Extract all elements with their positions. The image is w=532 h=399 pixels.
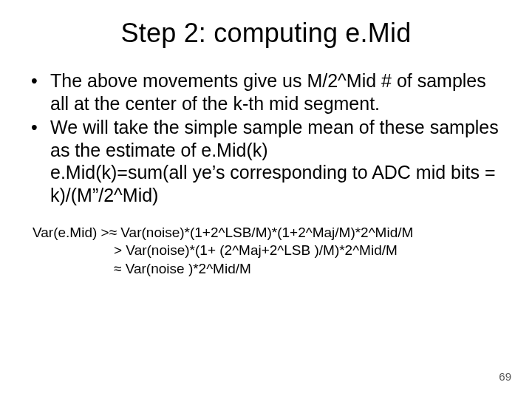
bullet-text: We will take the simple sample mean of t… <box>50 117 499 160</box>
bullet-list: The above movements give us M/2^Mid # of… <box>30 69 502 206</box>
slide-title: Step 2: computing e.Mid <box>30 18 502 49</box>
bullet-item: The above movements give us M/2^Mid # of… <box>50 69 502 115</box>
variance-block: Var(e.Mid) >≈ Var(noise)*(1+2^LSB/M)*(1+… <box>30 224 502 278</box>
variance-line: > Var(noise)*(1+ (2^Maj+2^LSB )/M)*2^Mid… <box>33 242 502 259</box>
bullet-text: The above movements give us M/2^Mid # of… <box>50 70 486 114</box>
variance-line: ≈ Var(noise )*2^Mid/M <box>33 260 502 278</box>
bullet-item: We will take the simple sample mean of t… <box>50 116 502 206</box>
page-number: 69 <box>499 370 511 383</box>
bullet-subtext: e.Mid(k)=sum(all ye’s corresponding to A… <box>50 161 502 206</box>
variance-line: Var(e.Mid) >≈ Var(noise)*(1+2^LSB/M)*(1+… <box>33 224 502 242</box>
